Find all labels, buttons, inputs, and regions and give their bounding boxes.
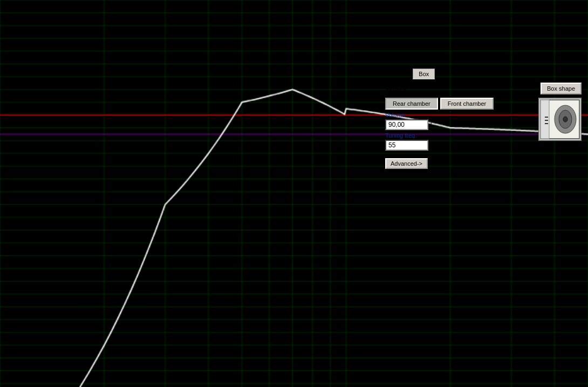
svg-point-4 xyxy=(563,117,568,122)
front-chamber-button[interactable]: Front chamber xyxy=(440,98,494,110)
volume-input[interactable] xyxy=(385,119,428,130)
volume-unit: l xyxy=(430,121,432,128)
volume-label: Volume: xyxy=(385,112,494,118)
graph-with-axis: 9 8 7 6 5 4 3 2 1 0 -1 -2 -3 -4 -5 -6 -7… xyxy=(3,78,378,384)
tuning-freq-input[interactable] xyxy=(385,140,428,151)
graph-canvas-container: 10 20 50 100 200 500 xyxy=(18,78,378,384)
tab-box[interactable]: Box xyxy=(413,69,435,79)
chamber-buttons: Rear chamber Front chamber xyxy=(385,98,494,110)
transfer-function-panel: 📈 Transfer function magnitude _ □ × 📊 [1… xyxy=(2,53,379,385)
box-shape-button[interactable]: Box shape xyxy=(541,83,582,94)
box-tab-content: Vented Box shape Rear chamber Front cham… xyxy=(382,79,585,371)
rear-chamber-button[interactable]: Rear chamber xyxy=(385,98,438,110)
advanced-button[interactable]: Advanced-> xyxy=(385,158,428,169)
tuning-freq-label: Tuning freq. xyxy=(385,132,494,139)
tuning-freq-unit: Hz xyxy=(430,142,437,148)
speaker-svg xyxy=(539,99,580,140)
main-content: 📈 Transfer function magnitude _ □ × 📊 [1… xyxy=(0,51,588,387)
graph-canvas[interactable] xyxy=(3,78,378,384)
volume-row: l xyxy=(385,119,494,130)
tuning-freq-field-group: Tuning freq. Hz xyxy=(385,132,494,151)
chamber-fields-col: Rear chamber Front chamber Volume: l Tun… xyxy=(385,98,494,153)
vented-label: Vented xyxy=(385,84,406,92)
vented-row: Vented Box shape xyxy=(385,83,582,94)
chamber-speaker-row: Rear chamber Front chamber Volume: l Tun… xyxy=(385,98,582,153)
tuning-freq-row: Hz xyxy=(385,140,494,151)
speaker-illustration xyxy=(538,98,582,141)
svg-rect-1 xyxy=(541,100,549,139)
vented-panel: 📊 [1]Vented : Eminence Kappa 15A _ □ × D… xyxy=(381,53,586,385)
volume-field-group: Volume: l xyxy=(385,112,494,130)
